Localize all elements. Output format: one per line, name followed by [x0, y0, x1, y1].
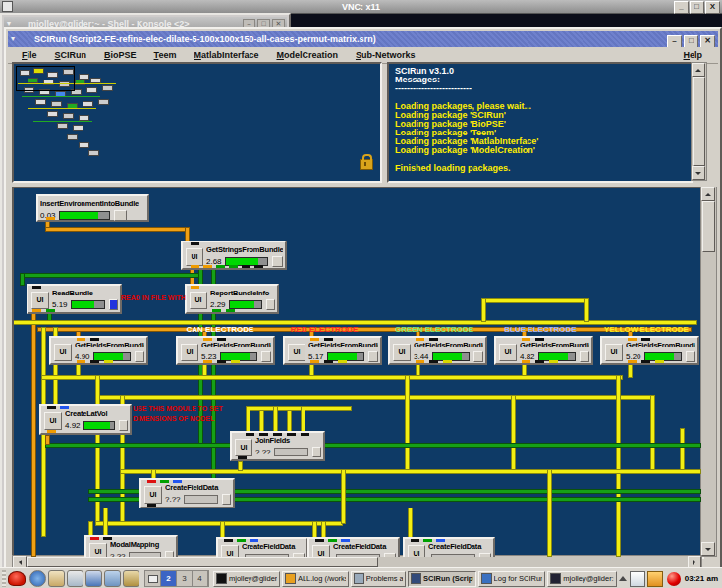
input-port[interactable]	[147, 480, 156, 483]
input-port[interactable]	[287, 433, 296, 436]
output-port[interactable]	[655, 360, 664, 363]
input-port[interactable]	[628, 338, 637, 341]
input-port[interactable]	[47, 406, 56, 409]
module-GetFieldsFromBundle[interactable]: UIGetFieldsFromBundle3.44	[388, 336, 487, 365]
output-port[interactable]	[203, 360, 212, 363]
clipboard-icon[interactable]	[630, 571, 645, 587]
menu-file[interactable]: File	[16, 48, 43, 62]
menu-matlabinterface[interactable]: MatlabInterface	[188, 48, 264, 62]
taskbar-task-log-for-scirun-[interactable]: Log for SCIRun_	[478, 571, 546, 587]
output-port[interactable]	[229, 265, 238, 268]
input-port[interactable]	[328, 539, 337, 542]
module-GetFieldsFromBundle[interactable]: UIGetFieldsFromBundle5.20	[600, 336, 699, 365]
module-log-button[interactable]	[580, 351, 589, 362]
module-ui-button[interactable]: UI	[312, 545, 330, 559]
module-ui-button[interactable]: UI	[44, 412, 62, 430]
module-InsertEnvironmentIntoBundle[interactable]: InsertEnvironmentIntoBundle0.03	[36, 194, 149, 222]
module-ReportBundleInfo[interactable]: UIReportBundleInfo2.29	[185, 284, 279, 314]
input-port[interactable]	[77, 338, 85, 341]
log-scroll-down-arrow[interactable]	[692, 166, 705, 180]
input-port[interactable]	[90, 338, 99, 341]
taskbar-task-mjolley-glider-[interactable]: mjolley@glider:~	[213, 571, 280, 587]
input-port[interactable]	[90, 537, 99, 540]
input-port[interactable]	[423, 539, 432, 542]
module-indicator-blue[interactable]	[109, 299, 118, 310]
module-ui-button[interactable]: UI	[235, 439, 252, 456]
menu-scirun[interactable]: SCIRun	[49, 48, 93, 62]
module-JoinFields[interactable]: UIJoinFields?.??	[230, 431, 325, 461]
vnc-maximize-button[interactable]: □	[690, 1, 704, 14]
input-port[interactable]	[250, 539, 258, 542]
taskbar-task-mjolley-glider-[interactable]: mjolley@glider:~	[547, 571, 616, 587]
module-GetStringsFromBundle[interactable]: UIGetStringsFromBundle2.68	[181, 241, 287, 270]
input-port[interactable]	[641, 338, 650, 341]
input-port[interactable]	[522, 338, 530, 341]
module-GetFieldsFromBundle[interactable]: UIGetFieldsFromBundle5.17	[283, 336, 382, 365]
output-port[interactable]	[147, 504, 156, 507]
vnc-minimize-button[interactable]: _	[674, 1, 689, 14]
status-red-icon[interactable]	[667, 572, 681, 586]
package-icon[interactable]	[123, 570, 139, 587]
module-GetFieldsFromBundle[interactable]: UIGetFieldsFromBundle4.90	[49, 336, 148, 365]
taskbar-task-all-log-worksp[interactable]: ALL.log (/worksp	[282, 571, 349, 587]
module-log-button[interactable]	[114, 210, 127, 221]
pager-desktop-4[interactable]: 4	[193, 571, 208, 586]
module-ui-button[interactable]: UI	[190, 292, 207, 309]
taskbar-task-problems-and-sc[interactable]: Problems and Sc	[351, 571, 406, 587]
menu-modelcreation[interactable]: ModelCreation	[270, 48, 344, 62]
taskbar-handle[interactable]	[2, 570, 6, 587]
log-scroll-up-arrow[interactable]	[692, 63, 705, 77]
module-GetFieldsFromBundle[interactable]: UIGetFieldsFromBundle5.23	[176, 336, 275, 365]
module-CreateFieldData[interactable]: UICreateFieldData	[216, 537, 308, 559]
module-log-button[interactable]	[119, 420, 128, 431]
input-port[interactable]	[173, 480, 182, 483]
canvas-vertical-scrollbar[interactable]	[700, 187, 717, 557]
output-port[interactable]	[338, 360, 347, 363]
module-ui-button[interactable]: UI	[393, 344, 411, 361]
output-port[interactable]	[46, 309, 55, 312]
output-port[interactable]	[549, 360, 558, 363]
module-ui-button[interactable]: UI	[54, 344, 72, 361]
input-port[interactable]	[160, 480, 169, 483]
output-port[interactable]	[535, 360, 544, 363]
window-menu-icon[interactable]: ▾	[7, 20, 15, 27]
log-scroll-thumb[interactable]	[693, 77, 705, 166]
output-port[interactable]	[90, 360, 99, 363]
output-port[interactable]	[254, 265, 263, 268]
pager-desktop-1[interactable]	[145, 571, 161, 586]
output-port[interactable]	[522, 360, 530, 363]
input-port[interactable]	[60, 406, 69, 409]
output-port[interactable]	[104, 360, 113, 363]
input-port[interactable]	[315, 539, 324, 542]
terminal-icon[interactable]	[85, 570, 102, 587]
notes-icon[interactable]	[647, 571, 663, 587]
file-manager-icon[interactable]	[48, 570, 65, 587]
output-port[interactable]	[212, 309, 221, 312]
minimap-viewport-rect[interactable]	[16, 66, 75, 91]
output-port[interactable]	[217, 360, 226, 363]
output-port[interactable]	[216, 265, 225, 268]
module-ui-button[interactable]: UI	[181, 344, 198, 361]
module-ui-button[interactable]: UI	[31, 292, 49, 309]
module-log-button[interactable]	[261, 351, 271, 362]
input-port[interactable]	[32, 286, 41, 289]
desktop-icon[interactable]	[104, 570, 121, 587]
module-CreateFieldData[interactable]: UICreateFieldData	[307, 537, 400, 559]
input-port[interactable]	[310, 338, 319, 341]
output-port[interactable]	[310, 360, 319, 363]
menu-help[interactable]: Help	[677, 48, 708, 62]
network-minimap[interactable]	[12, 62, 382, 183]
module-ui-button[interactable]: UI	[288, 344, 305, 361]
output-port[interactable]	[47, 430, 56, 433]
module-ui-button[interactable]: UI	[89, 543, 107, 559]
output-port[interactable]	[46, 217, 55, 220]
module-ModalMapping[interactable]: UIModalMapping?.??	[84, 535, 178, 559]
module-CreateFieldData[interactable]: UICreateFieldData	[403, 537, 495, 559]
module-ui-button[interactable]: UI	[186, 248, 203, 266]
output-port[interactable]	[77, 360, 85, 363]
input-port[interactable]	[103, 537, 112, 540]
output-port[interactable]	[191, 265, 199, 268]
module-ui-button[interactable]: UI	[221, 545, 239, 559]
module-CreateFieldData[interactable]: UICreateFieldData?.??	[139, 478, 235, 508]
input-port[interactable]	[301, 433, 309, 436]
